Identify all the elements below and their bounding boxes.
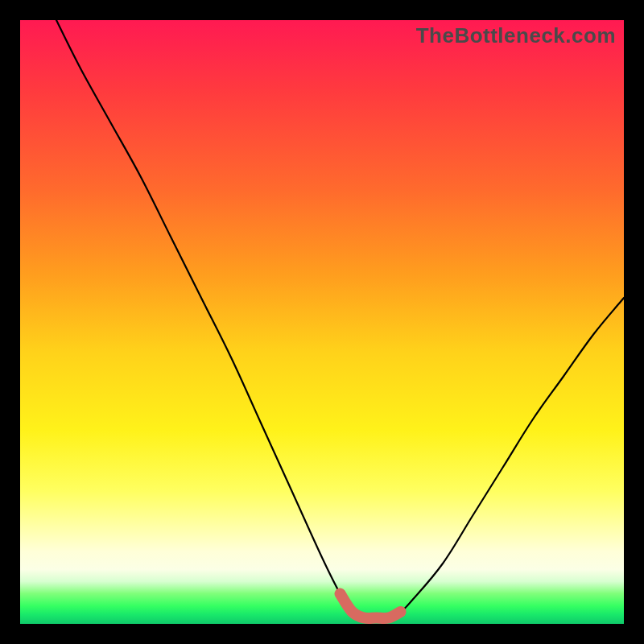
bottleneck-curve — [56, 20, 624, 618]
optimal-range-highlight — [341, 594, 401, 619]
plot-area: TheBottleneck.com — [20, 20, 624, 624]
chart-svg — [20, 20, 624, 624]
chart-frame: TheBottleneck.com — [0, 0, 644, 644]
